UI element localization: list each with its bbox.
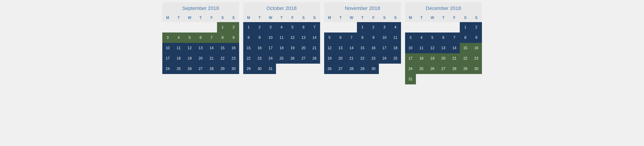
calendar-day[interactable]: 10 [162,43,174,53]
calendar-day[interactable]: 14 [309,32,320,43]
calendar-day[interactable]: 12 [427,43,438,53]
calendar-day[interactable]: 7 [346,32,357,43]
calendar-day[interactable]: 30 [254,64,265,74]
calendar-day[interactable]: 3 [379,22,390,32]
calendar-day[interactable]: 4 [276,22,287,32]
calendar-day[interactable]: 26 [184,64,195,74]
calendar-day[interactable]: 8 [357,32,368,43]
calendar-day[interactable]: 28 [309,53,320,64]
calendar-day[interactable]: 6 [335,32,346,43]
calendar-day[interactable]: 7 [309,22,320,32]
calendar-day[interactable]: 22 [243,53,254,64]
calendar-day[interactable]: 13 [438,43,449,53]
calendar-day[interactable]: 17 [162,53,174,64]
calendar-day[interactable]: 24 [379,53,390,64]
calendar-day[interactable]: 25 [173,64,184,74]
calendar-day[interactable]: 8 [460,32,471,43]
calendar-day[interactable]: 22 [460,53,471,64]
calendar-day[interactable]: 8 [243,32,254,43]
calendar-day[interactable]: 23 [254,53,265,64]
calendar-day[interactable]: 20 [298,43,309,53]
calendar-day[interactable]: 18 [390,43,401,53]
calendar-day[interactable]: 19 [324,53,335,64]
calendar-day[interactable]: 17 [265,43,276,53]
calendar-day[interactable]: 7 [449,32,460,43]
calendar-day[interactable]: 15 [460,43,471,53]
calendar-day[interactable]: 23 [228,53,239,64]
calendar-day[interactable]: 21 [346,53,357,64]
calendar-day[interactable]: 23 [471,53,482,64]
calendar-day[interactable]: 30 [368,64,379,74]
calendar-day[interactable]: 11 [276,32,287,43]
calendar-day[interactable]: 6 [438,32,449,43]
calendar-day[interactable]: 2 [228,22,239,32]
calendar-day[interactable]: 16 [368,43,379,53]
calendar-day[interactable]: 15 [357,43,368,53]
calendar-day[interactable]: 4 [390,22,401,32]
calendar-day[interactable]: 19 [427,53,438,64]
calendar-day[interactable]: 2 [471,22,482,32]
calendar-day[interactable]: 22 [357,53,368,64]
calendar-day[interactable]: 1 [243,22,254,32]
calendar-day[interactable]: 6 [298,22,309,32]
calendar-day[interactable]: 18 [416,53,427,64]
calendar-day[interactable]: 21 [449,53,460,64]
calendar-day[interactable]: 1 [460,22,471,32]
calendar-day[interactable]: 9 [228,32,239,43]
calendar-day[interactable]: 3 [162,32,174,43]
calendar-day[interactable]: 29 [243,64,254,74]
calendar-day[interactable]: 12 [287,32,298,43]
calendar-day[interactable]: 31 [405,74,416,84]
calendar-day[interactable]: 14 [346,43,357,53]
calendar-day[interactable]: 24 [265,53,276,64]
calendar-day[interactable]: 24 [405,64,416,74]
calendar-day[interactable]: 13 [195,43,206,53]
calendar-day[interactable]: 30 [471,64,482,74]
calendar-day[interactable]: 25 [416,64,427,74]
calendar-day[interactable]: 27 [335,64,346,74]
calendar-day[interactable]: 29 [460,64,471,74]
calendar-day[interactable]: 27 [438,64,449,74]
calendar-day[interactable]: 30 [228,64,239,74]
calendar-day[interactable]: 19 [184,53,195,64]
calendar-day[interactable]: 20 [335,53,346,64]
calendar-day[interactable]: 7 [206,32,217,43]
calendar-day[interactable]: 11 [390,32,401,43]
calendar-day[interactable]: 20 [438,53,449,64]
calendar-day[interactable]: 12 [324,43,335,53]
calendar-day[interactable]: 19 [287,43,298,53]
calendar-day[interactable]: 29 [357,64,368,74]
calendar-day[interactable]: 28 [449,64,460,74]
calendar-day[interactable]: 9 [254,32,265,43]
calendar-day[interactable]: 4 [416,32,427,43]
calendar-day[interactable]: 2 [254,22,265,32]
calendar-day[interactable]: 26 [287,53,298,64]
calendar-day[interactable]: 31 [265,64,276,74]
calendar-day[interactable]: 22 [217,53,228,64]
calendar-day[interactable]: 20 [195,53,206,64]
calendar-day[interactable]: 21 [309,43,320,53]
calendar-day[interactable]: 5 [184,32,195,43]
calendar-day[interactable]: 18 [173,53,184,64]
calendar-day[interactable]: 5 [427,32,438,43]
calendar-day[interactable]: 10 [265,32,276,43]
calendar-day[interactable]: 17 [379,43,390,53]
calendar-day[interactable]: 24 [162,64,174,74]
calendar-day[interactable]: 10 [379,32,390,43]
calendar-day[interactable]: 15 [243,43,254,53]
calendar-day[interactable]: 9 [471,32,482,43]
calendar-day[interactable]: 13 [335,43,346,53]
calendar-day[interactable]: 26 [324,64,335,74]
calendar-day[interactable]: 17 [405,53,416,64]
calendar-day[interactable]: 25 [276,53,287,64]
calendar-day[interactable]: 3 [405,32,416,43]
calendar-day[interactable]: 18 [276,43,287,53]
calendar-day[interactable]: 12 [184,43,195,53]
calendar-day[interactable]: 5 [287,22,298,32]
calendar-day[interactable]: 21 [206,53,217,64]
calendar-day[interactable]: 16 [471,43,482,53]
calendar-day[interactable]: 11 [416,43,427,53]
calendar-day[interactable]: 6 [195,32,206,43]
calendar-day[interactable]: 14 [449,43,460,53]
calendar-day[interactable]: 4 [173,32,184,43]
